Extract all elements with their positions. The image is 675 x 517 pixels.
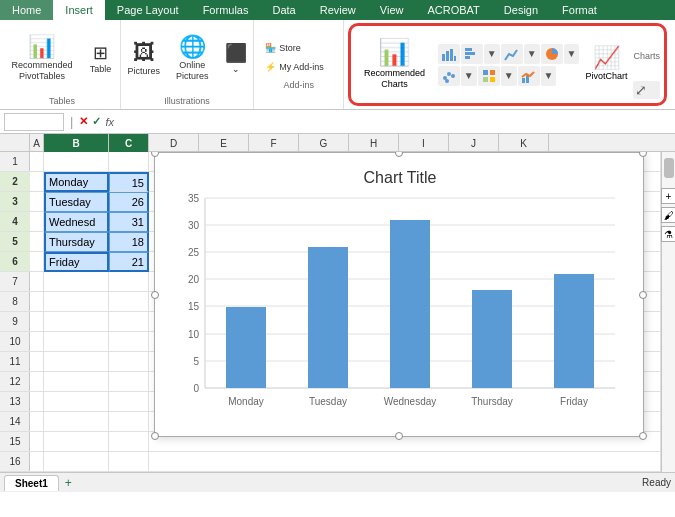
cell-c13[interactable] bbox=[109, 392, 149, 412]
cell-c15[interactable] bbox=[109, 432, 149, 452]
handle-bottom-left[interactable] bbox=[151, 432, 159, 440]
cell-a14[interactable] bbox=[30, 412, 44, 432]
cell-c4[interactable]: 31 bbox=[109, 212, 149, 232]
dropdown-chart-2[interactable]: ▼ bbox=[524, 44, 540, 64]
handle-bottom-right[interactable] bbox=[639, 432, 647, 440]
scrollbar-thumb[interactable] bbox=[664, 158, 674, 178]
tab-insert[interactable]: Insert bbox=[53, 0, 105, 20]
cell-b11[interactable] bbox=[44, 352, 109, 372]
pie-chart-button[interactable] bbox=[541, 44, 563, 64]
confirm-formula-button[interactable]: ✓ bbox=[92, 115, 101, 128]
col-header-e[interactable]: E bbox=[199, 134, 249, 152]
my-addins-button[interactable]: ⚡ My Add-ins bbox=[260, 59, 337, 75]
chart-add-button[interactable]: + bbox=[661, 188, 676, 204]
cell-b13[interactable] bbox=[44, 392, 109, 412]
cell-b16[interactable] bbox=[44, 452, 109, 472]
column-chart-button[interactable] bbox=[438, 44, 460, 64]
cell-a10[interactable] bbox=[30, 332, 44, 352]
cell-b15[interactable] bbox=[44, 432, 109, 452]
cell-a3[interactable] bbox=[30, 192, 44, 212]
store-button[interactable]: 🏪 Store bbox=[260, 40, 337, 56]
cell-b14[interactable] bbox=[44, 412, 109, 432]
col-header-i[interactable]: I bbox=[399, 134, 449, 152]
name-box[interactable] bbox=[4, 113, 64, 131]
charts-expand-button[interactable]: ⤢ bbox=[633, 81, 660, 99]
vertical-scrollbar[interactable]: + 🖌 ⚗ bbox=[661, 152, 675, 472]
cell-c12[interactable] bbox=[109, 372, 149, 392]
cell-a1[interactable] bbox=[30, 152, 44, 172]
pivotchart-button[interactable]: 📈 PivotChart bbox=[581, 28, 631, 98]
col-header-k[interactable]: K bbox=[499, 134, 549, 152]
col-header-f[interactable]: F bbox=[249, 134, 299, 152]
dropdown-chart-6[interactable]: ▼ bbox=[541, 66, 557, 86]
line-chart-button[interactable] bbox=[501, 44, 523, 64]
cell-a2[interactable] bbox=[30, 172, 44, 192]
cell-c1[interactable] bbox=[109, 152, 149, 172]
cell-c16[interactable] bbox=[109, 452, 149, 472]
tab-format[interactable]: Format bbox=[550, 0, 609, 20]
cell-c11[interactable] bbox=[109, 352, 149, 372]
recommended-pivottables-button[interactable]: 📊 RecommendedPivotTables bbox=[5, 24, 78, 94]
cell-b3[interactable]: Tuesday bbox=[44, 192, 109, 212]
pictures-button[interactable]: 🖼 Pictures bbox=[121, 24, 166, 94]
cell-c3[interactable]: 26 bbox=[109, 192, 149, 212]
col-header-d[interactable]: D bbox=[149, 134, 199, 152]
recommended-charts-button[interactable]: 📊 Recommended Charts bbox=[353, 28, 436, 98]
cell-b8[interactable] bbox=[44, 292, 109, 312]
tab-formulas[interactable]: Formulas bbox=[191, 0, 261, 20]
cell-c7[interactable] bbox=[109, 272, 149, 292]
tab-view[interactable]: View bbox=[368, 0, 416, 20]
cell-a4[interactable] bbox=[30, 212, 44, 232]
dropdown-chart-3[interactable]: ▼ bbox=[564, 44, 580, 64]
cell-b9[interactable] bbox=[44, 312, 109, 332]
handle-right[interactable] bbox=[639, 291, 647, 299]
cell-b1[interactable] bbox=[44, 152, 109, 172]
cell-a7[interactable] bbox=[30, 272, 44, 292]
col-header-g[interactable]: G bbox=[299, 134, 349, 152]
cell-b5[interactable]: Thursday bbox=[44, 232, 109, 252]
dropdown-chart-4[interactable]: ▼ bbox=[461, 66, 477, 86]
scatter-chart-button[interactable] bbox=[438, 66, 460, 86]
cell-b12[interactable] bbox=[44, 372, 109, 392]
col-header-h[interactable]: H bbox=[349, 134, 399, 152]
cancel-formula-button[interactable]: ✕ bbox=[79, 115, 88, 128]
cell-c2[interactable]: 15 bbox=[109, 172, 149, 192]
col-header-b[interactable]: B bbox=[44, 134, 109, 152]
cell-a16[interactable] bbox=[30, 452, 44, 472]
shapes-button[interactable]: ⬛ ⌄ bbox=[219, 24, 253, 94]
sheet1-tab[interactable]: Sheet1 bbox=[4, 475, 59, 491]
cell-b7[interactable] bbox=[44, 272, 109, 292]
empty-row-16[interactable] bbox=[149, 452, 661, 472]
combo-chart-button[interactable] bbox=[518, 66, 540, 86]
cell-a9[interactable] bbox=[30, 312, 44, 332]
insert-function-button[interactable]: fx bbox=[105, 116, 114, 128]
cell-c9[interactable] bbox=[109, 312, 149, 332]
tab-data[interactable]: Data bbox=[260, 0, 307, 20]
add-sheet-button[interactable]: + bbox=[65, 476, 72, 490]
chart-brush-button[interactable]: 🖌 bbox=[661, 207, 676, 223]
cell-c10[interactable] bbox=[109, 332, 149, 352]
table-button[interactable]: ⊞ Table bbox=[82, 24, 118, 94]
cell-a13[interactable] bbox=[30, 392, 44, 412]
cell-a6[interactable] bbox=[30, 252, 44, 272]
formula-input[interactable] bbox=[118, 115, 671, 129]
handle-left[interactable] bbox=[151, 291, 159, 299]
cell-a11[interactable] bbox=[30, 352, 44, 372]
chart-filter-button[interactable]: ⚗ bbox=[661, 226, 676, 242]
cell-a8[interactable] bbox=[30, 292, 44, 312]
col-header-c[interactable]: C bbox=[109, 134, 149, 152]
tab-page-layout[interactable]: Page Layout bbox=[105, 0, 191, 20]
tab-review[interactable]: Review bbox=[308, 0, 368, 20]
online-pictures-button[interactable]: 🌐 OnlinePictures bbox=[170, 24, 215, 94]
cell-a5[interactable] bbox=[30, 232, 44, 252]
tab-home[interactable]: Home bbox=[0, 0, 53, 20]
cell-b10[interactable] bbox=[44, 332, 109, 352]
dropdown-chart-1[interactable]: ▼ bbox=[484, 44, 500, 64]
cell-b6[interactable]: Friday bbox=[44, 252, 109, 272]
cell-c8[interactable] bbox=[109, 292, 149, 312]
cell-c5[interactable]: 18 bbox=[109, 232, 149, 252]
col-header-j[interactable]: J bbox=[449, 134, 499, 152]
bar-chart-button[interactable] bbox=[461, 44, 483, 64]
cell-c14[interactable] bbox=[109, 412, 149, 432]
cell-c6[interactable]: 21 bbox=[109, 252, 149, 272]
